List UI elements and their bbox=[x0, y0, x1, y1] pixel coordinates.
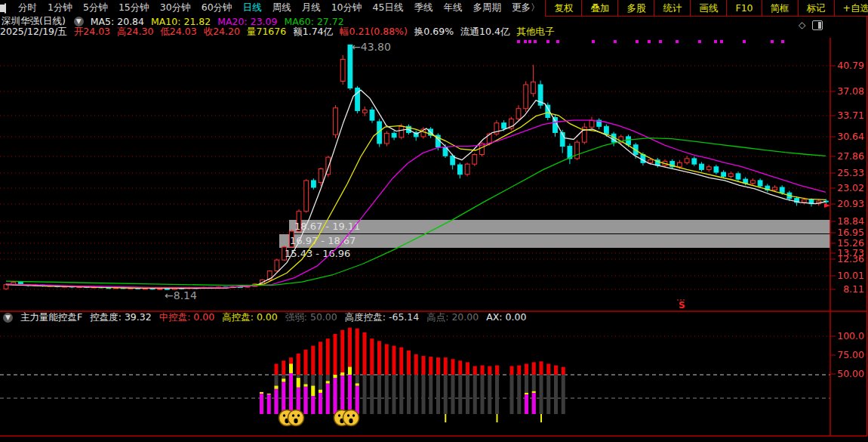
control-bar-magenta bbox=[334, 378, 337, 414]
price-axis-label: 12.36 bbox=[837, 253, 864, 264]
candle-body bbox=[692, 159, 697, 164]
price-axis-label: 10.01 bbox=[837, 270, 864, 281]
control-bar-yellow-tip bbox=[334, 375, 337, 378]
control-bar-red bbox=[546, 363, 550, 375]
control-bar-magenta bbox=[260, 394, 263, 414]
price-annotation: S bbox=[679, 300, 685, 311]
control-bar-magenta bbox=[282, 382, 285, 414]
control-bar-red bbox=[356, 329, 359, 375]
control-bar-yellow-tip bbox=[326, 381, 330, 383]
strength-bar bbox=[363, 375, 367, 414]
strength-bar bbox=[466, 375, 469, 414]
signal-dot bbox=[524, 40, 527, 43]
candle-body bbox=[275, 260, 279, 271]
price-axis-label: 20.93 bbox=[837, 198, 864, 209]
candle-body bbox=[319, 169, 323, 183]
control-bar-yellow-tip bbox=[532, 391, 536, 393]
signal-dot bbox=[714, 40, 717, 43]
candle-body bbox=[472, 154, 477, 164]
candle-body bbox=[465, 164, 469, 175]
control-bar-red bbox=[525, 363, 528, 375]
price-axis-label: 18.84 bbox=[837, 215, 864, 227]
signal-dot bbox=[743, 40, 746, 43]
price-axis-label: 16.95 bbox=[837, 227, 864, 238]
control-bar-red bbox=[532, 362, 536, 375]
strength-bar bbox=[451, 375, 455, 414]
price-annotation: ←8.14 bbox=[165, 289, 197, 301]
candle-body bbox=[773, 187, 777, 190]
signal-dot bbox=[614, 40, 617, 43]
control-bar-red bbox=[554, 366, 558, 375]
price-annotation: ←43.80 bbox=[352, 41, 391, 53]
chevron-down-icon[interactable]: ▼ bbox=[3, 313, 13, 323]
signal-dot bbox=[546, 40, 549, 43]
control-bar-red bbox=[326, 338, 330, 375]
signal-dot bbox=[720, 40, 723, 43]
control-bar-yellow-tip bbox=[525, 393, 528, 394]
candle-body bbox=[700, 164, 704, 169]
indicator-field: 强弱: 50.00 bbox=[285, 311, 337, 324]
control-bar-red bbox=[414, 354, 418, 375]
candle-body bbox=[758, 181, 762, 186]
chart-canvas[interactable]: 40.7937.0833.7130.6427.8625.3323.0220.93… bbox=[0, 0, 868, 442]
indicator-field: 高度控盘: -65.14 bbox=[345, 311, 419, 324]
control-bar-yellow-tip bbox=[311, 386, 315, 397]
control-bar-red bbox=[311, 346, 315, 375]
control-bar-magenta bbox=[267, 394, 271, 414]
candle-body bbox=[340, 59, 345, 81]
candle-body bbox=[728, 174, 733, 177]
strength-bar bbox=[554, 375, 558, 414]
signal-dot bbox=[636, 40, 639, 43]
control-bar-yellow-tip bbox=[275, 386, 279, 389]
control-bar-red bbox=[444, 357, 448, 375]
candle-body bbox=[516, 109, 521, 119]
control-bar-magenta bbox=[275, 389, 279, 414]
control-bar-red bbox=[334, 334, 337, 375]
control-bar-red bbox=[562, 367, 565, 375]
candle-body bbox=[553, 118, 558, 133]
price-axis-label: 33.71 bbox=[837, 110, 864, 121]
strength-bar bbox=[510, 375, 514, 414]
control-bar-red bbox=[407, 351, 411, 375]
candle-body bbox=[370, 110, 374, 121]
control-bar-yellow-tip bbox=[340, 372, 344, 376]
candle-body bbox=[531, 82, 536, 93]
candle-body bbox=[736, 174, 740, 179]
signal-down-tick bbox=[445, 414, 446, 422]
control-bar-magenta bbox=[311, 396, 315, 414]
control-bar-red bbox=[517, 366, 521, 375]
control-bar-magenta bbox=[289, 373, 293, 414]
control-bar-magenta bbox=[319, 393, 322, 414]
control-bar-red bbox=[304, 350, 308, 375]
strength-bar bbox=[473, 375, 477, 414]
control-bar-red bbox=[340, 330, 344, 375]
candle-body bbox=[648, 160, 653, 163]
control-bar-red bbox=[510, 366, 514, 375]
candle-body bbox=[362, 110, 367, 113]
control-bar-red bbox=[458, 360, 462, 375]
candle-body bbox=[714, 167, 719, 172]
control-bar-red bbox=[399, 348, 403, 375]
indicator-title: 主力量能控盘F bbox=[20, 311, 82, 324]
candle-body bbox=[385, 133, 389, 144]
strength-bar bbox=[488, 375, 491, 414]
signal-down-tick bbox=[540, 414, 542, 422]
strength-bar bbox=[399, 375, 403, 414]
strength-bar bbox=[436, 375, 440, 414]
signal-dot bbox=[676, 40, 679, 43]
control-bar-yellow-tip bbox=[267, 394, 271, 394]
coin-face-icon bbox=[288, 410, 304, 426]
indicator-field: 控盘度: 39.32 bbox=[90, 311, 151, 324]
control-bar-red bbox=[481, 366, 485, 375]
control-bar-red bbox=[495, 366, 499, 375]
control-bar-red bbox=[282, 360, 285, 375]
control-bar-red bbox=[540, 361, 543, 375]
control-bar-red bbox=[377, 341, 381, 375]
control-bar-yellow-tip bbox=[282, 379, 285, 382]
candle-body bbox=[802, 199, 806, 202]
control-bar-magenta bbox=[340, 376, 344, 414]
strength-bar bbox=[377, 375, 381, 414]
coin-face-eye bbox=[283, 414, 285, 416]
control-bar-red bbox=[488, 366, 491, 375]
control-bar-magenta bbox=[304, 387, 308, 414]
